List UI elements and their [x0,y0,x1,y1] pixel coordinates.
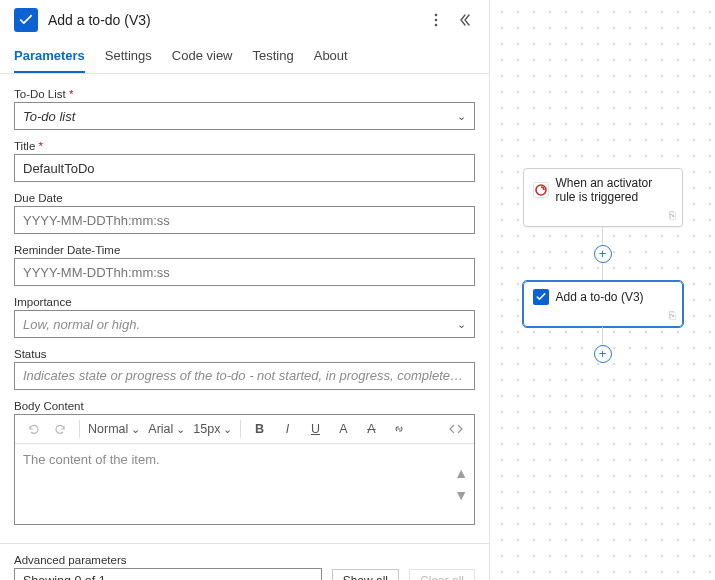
italic-button[interactable]: I [277,419,297,439]
card-title: Add a to-do (V3) [556,290,644,304]
flow-graph: When an activator rule is triggered ⎘ + … [490,168,715,363]
due-date-input[interactable] [14,206,475,234]
activator-icon [533,182,549,198]
chevron-down-icon: ⌄ [176,423,185,436]
chevron-down-icon: ⌄ [223,423,232,436]
trigger-card[interactable]: When an activator rule is triggered ⎘ [523,168,683,227]
label-text: Due Date [14,192,475,204]
tab-testing[interactable]: Testing [253,42,294,73]
bold-button[interactable]: B [249,419,269,439]
size-select[interactable]: 15px⌄ [193,422,232,436]
advanced-parameters-label: Advanced parameters [14,554,475,566]
advanced-select[interactable]: Showing 0 of 1 ⌄ [14,568,322,580]
svg-point-0 [435,14,438,17]
field-body-content: Body Content Normal⌄ Arial⌄ 15px⌄ B I U … [14,400,475,525]
parameters-form: To-Do List * To-do list ⌄ Title * Due Da… [0,74,489,580]
chevron-down-icon: ⌄ [457,110,466,123]
code-view-button[interactable] [446,419,466,439]
svg-point-2 [435,24,438,27]
tab-strip: Parameters Settings Code view Testing Ab… [0,42,489,74]
label-text: Title [14,140,35,152]
field-due-date: Due Date [14,192,475,234]
required-asterisk: * [69,88,73,100]
scroll-up-icon[interactable]: ▲ [454,465,468,481]
status-input[interactable]: Indicates state or progress of the to-do… [14,362,475,390]
tab-about[interactable]: About [314,42,348,73]
svg-point-1 [435,19,438,22]
action-card[interactable]: Add a to-do (V3) ⎘ [523,281,683,327]
separator [79,420,80,438]
add-step-button[interactable]: + [594,245,612,263]
card-title: When an activator rule is triggered [556,176,673,205]
font-select[interactable]: Arial⌄ [148,422,185,436]
field-importance: Importance Low, normal or high. ⌄ [14,296,475,338]
connector-line [602,327,603,345]
undo-button[interactable] [23,419,43,439]
underline-button[interactable]: U [305,419,325,439]
chevron-down-icon: ⌄ [304,575,313,581]
rte-body[interactable]: The content of the item. ▲ ▼ [15,444,474,524]
link-icon: ⎘ [669,309,676,321]
title-input[interactable] [14,154,475,182]
properties-panel: Add a to-do (V3) Parameters Settings Cod… [0,0,490,580]
label-text: Importance [14,296,475,308]
chevron-down-icon: ⌄ [457,318,466,331]
tab-parameters[interactable]: Parameters [14,42,85,73]
chevron-down-icon: ⌄ [131,423,140,436]
todo-icon [533,289,549,305]
rte-toolbar: Normal⌄ Arial⌄ 15px⌄ B I U A A [15,415,474,444]
scroll-down-icon[interactable]: ▼ [454,487,468,503]
style-select[interactable]: Normal⌄ [88,422,140,436]
connector-line [602,263,603,281]
panel-title: Add a to-do (V3) [48,12,419,28]
separator [240,420,241,438]
select-value: To-do list [23,109,75,124]
field-status: Status Indicates state or progress of th… [14,348,475,390]
show-all-button[interactable]: Show all [332,569,399,580]
add-step-button[interactable]: + [594,345,612,363]
todo-icon [14,8,38,32]
field-title: Title * [14,140,475,182]
font-color-button[interactable]: A [333,419,353,439]
required-asterisk: * [39,140,43,152]
panel-header: Add a to-do (V3) [0,0,489,42]
label-text: To-Do List [14,88,66,100]
reminder-input[interactable] [14,258,475,286]
todo-list-select[interactable]: To-do list ⌄ [14,102,475,130]
collapse-panel-button[interactable] [453,9,475,31]
label-text: Reminder Date-Time [14,244,475,256]
tab-settings[interactable]: Settings [105,42,152,73]
rte-placeholder: The content of the item. [23,452,160,467]
importance-select[interactable]: Low, normal or high. ⌄ [14,310,475,338]
field-reminder: Reminder Date-Time [14,244,475,286]
link-icon: ⎘ [669,209,676,221]
field-todo-list: To-Do List * To-do list ⌄ [14,88,475,130]
more-options-icon[interactable] [425,9,447,31]
select-placeholder: Low, normal or high. [23,317,140,332]
tab-code-view[interactable]: Code view [172,42,233,73]
divider [0,543,489,544]
connector-line [602,227,603,245]
redo-button[interactable] [51,419,71,439]
clear-format-button[interactable]: A [361,419,381,439]
flow-canvas[interactable]: When an activator rule is triggered ⎘ + … [490,0,715,580]
rich-text-editor: Normal⌄ Arial⌄ 15px⌄ B I U A A The conte… [14,414,475,525]
advanced-showing: Showing 0 of 1 [23,574,106,580]
label-text: Body Content [14,400,475,412]
advanced-parameters-row: Showing 0 of 1 ⌄ Show all Clear all [14,568,475,580]
link-button[interactable] [389,419,409,439]
clear-all-button: Clear all [409,569,475,580]
label-text: Status [14,348,475,360]
